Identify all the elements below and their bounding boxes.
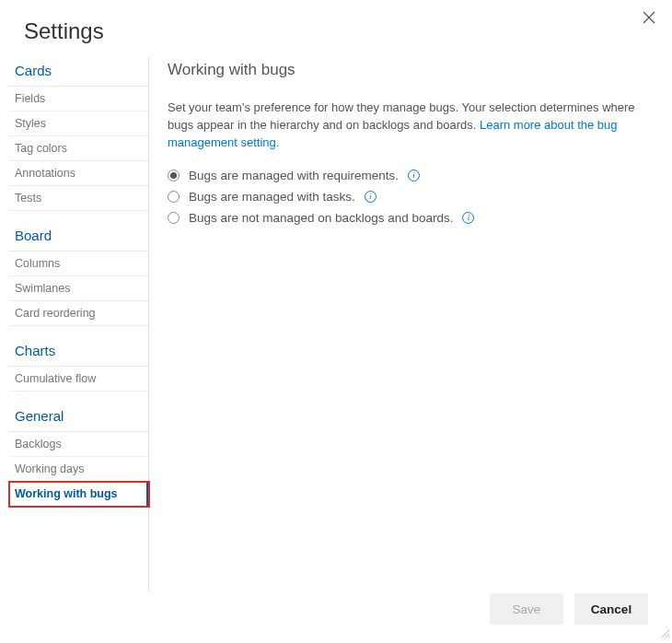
radio-icon[interactable] [168,212,180,224]
sidebar-item-fields[interactable]: Fields [9,87,148,111]
sidebar-item-columns[interactable]: Columns [9,251,148,276]
info-icon[interactable]: i [365,191,377,203]
info-icon[interactable]: i [408,170,420,181]
page-title: Settings [0,0,672,57]
option-label: Bugs are managed with requirements. [189,169,399,182]
svg-line-2 [662,630,669,637]
sidebar-item-tag-colors[interactable]: Tag colors [9,136,148,161]
sidebar-item-swimlanes[interactable]: Swimlanes [9,276,148,301]
settings-sidebar: Cards Fields Styles Tag colors Annotatio… [0,57,149,591]
svg-line-4 [668,637,669,637]
sidebar-item-tests[interactable]: Tests [9,186,148,211]
bug-option-tasks[interactable]: Bugs are managed with tasks. i [168,186,646,207]
sidebar-item-styles[interactable]: Styles [9,111,148,136]
sidebar-item-annotations[interactable]: Annotations [9,161,148,186]
sidebar-section-charts: Charts [9,337,148,367]
close-button[interactable] [643,11,655,24]
sidebar-item-working-with-bugs[interactable]: Working with bugs [9,482,149,507]
radio-icon[interactable] [168,191,180,203]
save-button[interactable]: Save [490,593,563,625]
sidebar-section-board: Board [9,222,148,251]
dialog-footer: Save Cancel [490,593,648,625]
info-icon[interactable]: i [462,212,474,224]
option-label: Bugs are not managed on backlogs and boa… [189,211,453,225]
close-icon [643,11,655,24]
bug-option-requirements[interactable]: Bugs are managed with requirements. i [168,165,646,186]
sidebar-item-backlogs[interactable]: Backlogs [9,432,148,457]
radio-icon[interactable] [168,170,180,181]
sidebar-section-general: General [9,403,148,432]
content-panel: Working with bugs Set your team's prefer… [149,57,672,591]
sidebar-item-working-days[interactable]: Working days [9,457,148,482]
cancel-button[interactable]: Cancel [574,593,648,625]
content-description: Set your team's preference for how they … [168,99,637,152]
content-heading: Working with bugs [168,61,646,79]
resize-grip-icon[interactable] [659,627,670,641]
bug-option-none[interactable]: Bugs are not managed on backlogs and boa… [168,207,646,228]
option-label: Bugs are managed with tasks. [189,190,355,204]
sidebar-section-cards: Cards [9,57,148,87]
sidebar-item-card-reordering[interactable]: Card reordering [9,301,148,326]
sidebar-item-cumulative-flow[interactable]: Cumulative flow [9,367,148,392]
